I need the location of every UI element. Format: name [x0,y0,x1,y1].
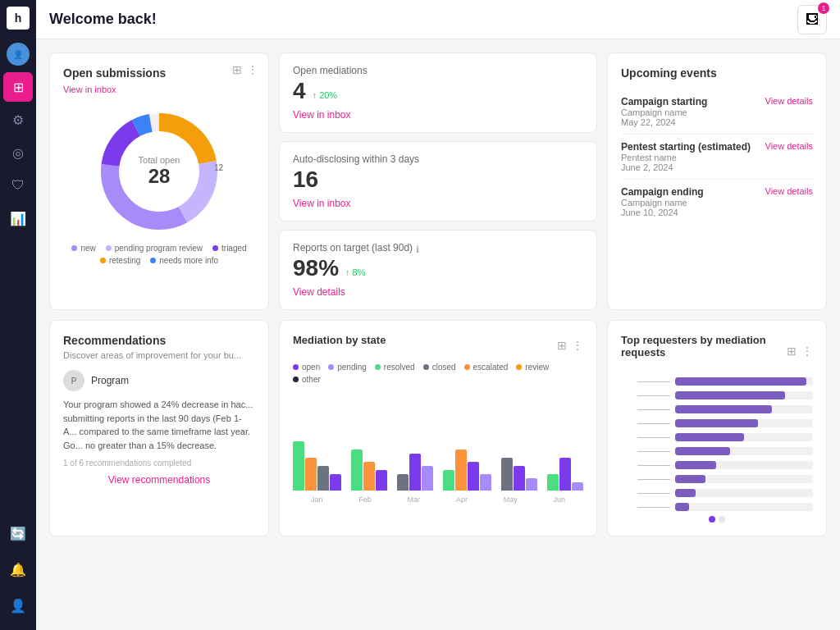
bar-group-2 [351,390,387,491]
mediations-value: 4 [293,80,306,103]
rec-view-btn[interactable]: View recommendations [63,474,255,486]
filter-button[interactable]: ⛾ 1 [797,5,827,34]
chart-pagination-dot-2 [719,516,725,523]
h-bar-row-9: ———— [621,488,813,497]
donut-label: Total open [139,155,180,165]
mediation-more-icon[interactable]: ⋮ [572,339,583,352]
sidebar-item-settings[interactable]: ⚙ [3,105,33,135]
chart-pagination-dot [709,516,715,523]
h-bar-fill-6 [675,447,730,455]
open-mediations-card: Open mediations 4 ↑ 20% View in inbox [279,52,597,133]
mediations-badge: ↑ 20% [313,90,338,100]
donut-chart-container: Total open 28 12 [63,106,255,237]
h-bar-track-1 [675,377,813,386]
h-bar-label-6: ———— [621,446,670,455]
requesters-title: Top requesters by mediation requests [621,334,787,358]
h-bar-track-2 [675,391,813,399]
h-bar-label-10: ———— [621,502,670,511]
bar-seg [547,474,559,491]
bar-seg [317,466,329,491]
h-bar-row-3: ———— [621,404,813,413]
bar-seg [468,462,479,491]
reports-value: 98% [293,257,339,280]
h-bar-label-2: ———— [621,390,670,399]
bar-seg [409,454,421,491]
mediation-legend: open pending resolved closed escalated r… [293,363,583,384]
event-link-2[interactable]: View details [765,186,814,196]
top-requesters-card: Top requesters by mediation requests ⊞ ⋮… [607,320,827,536]
h-bar-fill-3 [675,405,772,413]
sidebar-item-home[interactable]: ⊞ [3,72,33,102]
grid-icon[interactable]: ⊞ [232,63,242,76]
events-title: Upcoming events [621,66,813,80]
sidebar: h 👤 ⊞ ⚙ ◎ 🛡 📊 🔄 🔔 👤 [0,0,36,630]
legend-open: open [293,363,320,372]
sidebar-item-radar[interactable]: ◎ [3,138,33,167]
event-link-1[interactable]: View details [765,141,814,151]
h-bar-row-2: ———— [621,390,813,399]
event-name-2: Campaign ending Campaign name June 10, 2… [621,186,704,217]
legend-label-needs-info: needs more info [159,256,218,265]
h-bar-label-4: ———— [621,418,670,427]
legend-item-retesting: retesting [100,256,140,265]
reports-label: Reports on target (last 90d) [293,242,413,253]
recommendations-card: Recommendations Discover areas of improv… [49,320,269,536]
legend-dot-retesting [100,258,106,263]
event-item-1: Pentest starting (estimated) Pentest nam… [621,135,813,180]
submissions-inbox-link[interactable]: View in inbox [63,84,116,94]
bar-label-may: May [504,495,518,504]
h-bar-track-6 [675,447,813,455]
legend-dot-pending [106,245,112,251]
bar-group-1 [293,390,341,491]
auto-disclosing-value: 16 [293,168,583,191]
user-avatar[interactable]: 👤 [7,43,30,66]
bar-seg [363,462,375,491]
legend-review: review [516,363,549,372]
h-bar-label-7: ———— [621,460,670,469]
info-icon[interactable]: ℹ [416,244,419,255]
donut-chart: Total open 28 12 [94,106,225,237]
bar-seg [330,474,341,491]
auto-disclosing-card: Auto-disclosing within 3 days 16 View in… [279,141,597,221]
h-bar-track-8 [675,475,813,483]
event-link-0[interactable]: View details [765,96,814,106]
bar-seg [376,470,387,491]
event-item-0: Campaign starting Campaign name May 22, … [621,89,813,135]
sidebar-item-profile[interactable]: 👤 [3,591,33,620]
mediation-grid-icon[interactable]: ⊞ [557,339,567,352]
bar-seg [305,458,317,491]
h-bar-row-5: ———— [621,432,813,441]
h-bar-row-10: ———— [621,502,813,511]
sidebar-item-shield[interactable]: 🛡 [3,171,33,200]
more-icon[interactable]: ⋮ [247,63,258,76]
bar-seg [397,474,409,491]
filter-icon: ⛾ [806,12,819,27]
bar-seg [293,441,304,491]
legend-resolved: resolved [375,363,415,372]
mediations-link[interactable]: View in inbox [293,109,583,121]
legend-item-new: new [71,244,95,253]
main-content: Welcome back! ⛾ 1 Open submissions View … [36,0,840,630]
reports-link[interactable]: View details [293,286,583,298]
dashboard-grid: Open submissions View in inbox ⊞ ⋮ [36,39,840,630]
requesters-grid-icon[interactable]: ⊞ [787,345,797,358]
logo[interactable]: h [7,7,30,30]
mediations-label: Open mediations [293,65,583,76]
bar-label-jan: Jan [311,495,323,504]
legend-dot-needs-info [150,258,156,263]
h-bar-fill-7 [675,461,716,469]
h-bar-track-5 [675,433,813,441]
donut-side-num: 12 [214,163,223,172]
legend-label-new: new [80,244,95,253]
bar-label-jun: Jun [554,495,566,504]
legend-label-pending: pending program review [115,244,203,253]
auto-disclosing-link[interactable]: View in inbox [293,198,583,209]
requesters-more-icon[interactable]: ⋮ [801,345,813,358]
sidebar-item-bell[interactable]: 🔔 [3,555,33,584]
sidebar-item-refresh[interactable]: 🔄 [3,518,33,548]
rec-title: Recommendations [63,334,255,347]
auto-disclosing-label: Auto-disclosing within 3 days [293,153,583,165]
h-bar-track-3 [675,405,813,413]
sidebar-item-chart[interactable]: 📊 [3,203,33,233]
legend-other: other [293,375,321,384]
